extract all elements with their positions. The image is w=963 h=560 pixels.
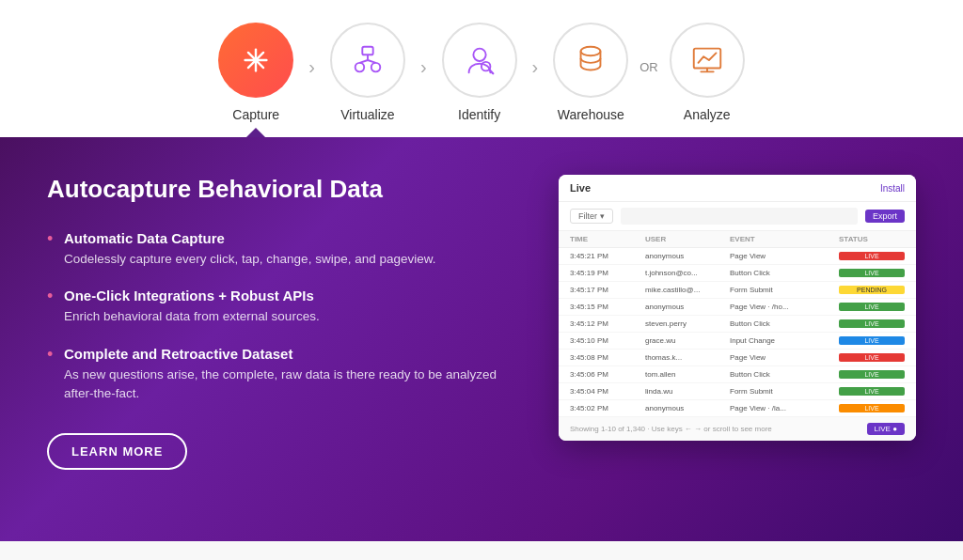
table-row: 3:45:04 PM linda.wu Form Submit LIVE	[559, 383, 916, 400]
content-title: Autocapture Behavioral Data	[47, 175, 521, 204]
analyze-label: Analyze	[684, 107, 731, 137]
col-header-status: Status	[839, 235, 905, 243]
capture-circle[interactable]	[218, 23, 293, 98]
bullet-title-2: One-Click Integrations + Robust APIs	[64, 288, 521, 303]
virtualize-circle[interactable]	[330, 23, 405, 98]
warehouse-label: Warehouse	[558, 107, 624, 137]
bullet-item-3: Complete and Retroactive Dataset As new …	[47, 346, 521, 404]
svg-point-6	[355, 63, 365, 72]
mockup-filter-button[interactable]: Filter ▾	[570, 209, 613, 224]
mockup-search-bar[interactable]	[621, 208, 858, 225]
top-navigation: Capture › Virtualize ›	[0, 0, 963, 137]
bullet-title-3: Complete and Retroactive Dataset	[64, 346, 521, 362]
virtualize-label: Virtualize	[340, 107, 394, 137]
main-content: Autocapture Behavioral Data Automatic Da…	[0, 137, 963, 541]
mockup-footer-text: Showing 1-10 of 1,340 · Use keys ← → or …	[570, 425, 772, 433]
content-left: Autocapture Behavioral Data Automatic Da…	[47, 175, 521, 470]
svg-point-11	[473, 49, 485, 61]
col-header-event: Event	[730, 235, 839, 243]
table-row: 3:45:17 PM mike.castillo@... Form Submit…	[559, 282, 916, 299]
mockup-footer: Showing 1-10 of 1,340 · Use keys ← → or …	[559, 417, 916, 441]
mockup-install-link[interactable]: Install	[880, 183, 905, 194]
col-header-user: User	[645, 235, 730, 243]
nav-step-capture[interactable]: Capture	[218, 23, 293, 137]
content-right: Live Install Filter ▾ Export Time User E…	[559, 175, 916, 441]
table-row: 3:45:19 PM t.johnson@co... Button Click …	[559, 265, 916, 282]
mockup-table-header: Time User Event Status	[559, 231, 916, 248]
table-row: 3:45:02 PM anonymous Page View · /la... …	[559, 400, 916, 417]
nav-step-warehouse[interactable]: Warehouse	[553, 23, 628, 137]
table-row: 3:45:06 PM tom.allen Button Click LIVE	[559, 366, 916, 383]
identify-label: Identify	[458, 107, 500, 137]
identify-circle[interactable]	[442, 23, 517, 98]
bullet-item-1: Automatic Data Capture Codelessly captur…	[47, 230, 521, 269]
active-indicator	[246, 128, 265, 137]
table-row: 3:45:21 PM anonymous Page View LIVE	[559, 248, 916, 265]
mockup-title: Live	[570, 182, 591, 194]
svg-line-10	[368, 60, 376, 63]
learn-more-button[interactable]: LEARN MORE	[47, 433, 187, 470]
svg-point-14	[581, 47, 601, 56]
analyze-circle[interactable]	[670, 23, 745, 98]
mockup-export-button[interactable]: Export	[865, 210, 905, 223]
bullet-title-1: Automatic Data Capture	[64, 230, 521, 246]
bullet-item-2: One-Click Integrations + Robust APIs Enr…	[47, 288, 521, 326]
arrow-1: ›	[308, 56, 315, 78]
nav-step-virtualize[interactable]: Virtualize	[330, 23, 405, 137]
mockup-header: Live Install	[559, 175, 916, 202]
col-header-time: Time	[570, 235, 645, 243]
table-row: 3:45:10 PM grace.wu Input Change LIVE	[559, 333, 916, 350]
bullet-desc-2: Enrich behavioral data from external sou…	[64, 307, 521, 326]
bullet-list: Automatic Data Capture Codelessly captur…	[47, 230, 521, 403]
svg-rect-5	[362, 47, 372, 55]
arrow-3: ›	[532, 56, 539, 78]
svg-point-7	[371, 63, 381, 72]
arrow-2: ›	[420, 56, 427, 78]
table-row: 3:45:08 PM thomas.k... Page View LIVE	[559, 350, 916, 366]
mockup-live-button[interactable]: LIVE ●	[867, 423, 905, 435]
mockup-toolbar: Filter ▾ Export	[559, 202, 916, 231]
nav-step-analyze[interactable]: Analyze	[670, 23, 745, 137]
or-label: OR	[639, 60, 658, 74]
svg-line-9	[359, 60, 368, 63]
bullet-desc-3: As new questions arise, the complete, ra…	[64, 366, 521, 404]
table-row: 3:45:15 PM anonymous Page View · /ho... …	[559, 299, 916, 316]
table-row: 3:45:12 PM steven.perry Button Click LIV…	[559, 316, 916, 333]
bullet-desc-1: Codelessly capture every click, tap, cha…	[64, 250, 521, 269]
screenshot-mockup: Live Install Filter ▾ Export Time User E…	[559, 175, 916, 441]
nav-step-identify[interactable]: Identify	[442, 23, 517, 137]
warehouse-circle[interactable]	[553, 23, 628, 98]
